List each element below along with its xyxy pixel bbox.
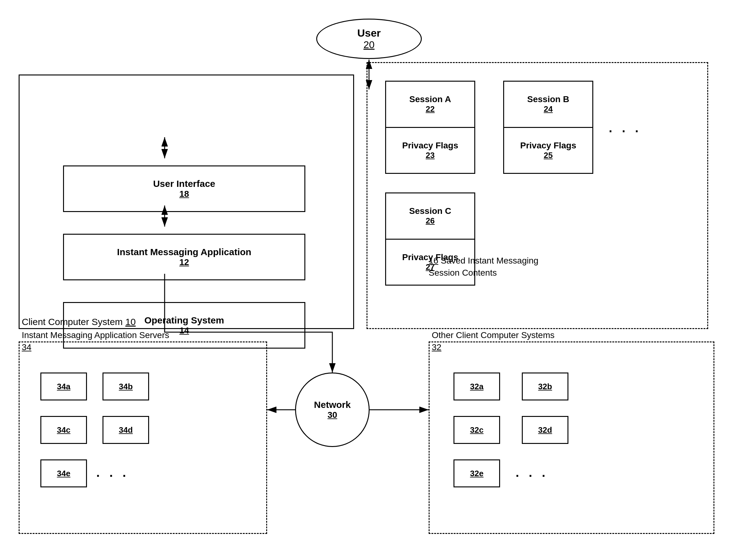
ima-label: Instant Messaging Application [117, 247, 251, 257]
other-clients-text: Other Client Computer Systems [432, 330, 555, 340]
server-34a: 34a [40, 373, 87, 401]
session-c-top: Session C 26 [386, 193, 474, 240]
session-b-bottom: Privacy Flags 25 [504, 128, 592, 173]
server-34c-label: 34c [57, 425, 70, 435]
session-b-label: Session B [527, 94, 569, 104]
session-a-label: Session A [409, 94, 451, 104]
ui-box: User Interface 18 [63, 165, 305, 212]
session-b-flags-label: Privacy Flags [520, 141, 577, 150]
session-a-top: Session A 22 [386, 82, 474, 128]
session-b-number: 24 [544, 104, 553, 114]
user-ellipse: User 20 [316, 19, 422, 59]
client-32a-label: 32a [470, 382, 483, 392]
ima-box: Instant Messaging Application 12 [63, 234, 305, 280]
client-system-number: 10 [125, 317, 135, 327]
server-34d: 34d [102, 416, 149, 444]
server-34b: 34b [102, 373, 149, 401]
dots-servers: . . . [96, 466, 129, 480]
session-a-number: 22 [426, 104, 435, 114]
sessions-number: 16 [429, 256, 438, 265]
session-c-label: Session C [409, 206, 451, 216]
diagram: User 20 User Interface 18 Instant Messag… [0, 0, 738, 560]
session-a-flags-label: Privacy Flags [402, 141, 458, 150]
session-b-group: Session B 24 Privacy Flags 25 [503, 81, 593, 174]
client-32b-label: 32b [538, 382, 552, 392]
session-a-bottom: Privacy Flags 23 [386, 128, 474, 173]
server-34a-label: 34a [57, 382, 70, 392]
client-32e-label: 32e [470, 469, 483, 478]
client-system-label: Client Computer System 10 [22, 317, 136, 327]
client-32b: 32b [522, 373, 569, 401]
network-circle: Network 30 [295, 373, 370, 447]
session-b-top: Session B 24 [504, 82, 592, 128]
network-label: Network [314, 400, 351, 410]
ima-number: 12 [179, 257, 189, 267]
other-clients-number: 32 [432, 343, 441, 352]
client-32d: 32d [522, 416, 569, 444]
network-number: 30 [327, 410, 337, 420]
sessions-text: Saved Instant MessagingSession Contents [429, 256, 538, 277]
dots-clients: . . . [515, 466, 548, 480]
im-servers-number: 34 [22, 343, 31, 352]
im-servers-text: Instant Messaging Application Servers [22, 330, 169, 340]
user-label: User [357, 27, 381, 39]
im-servers-label: Instant Messaging Application Servers 34 [22, 329, 169, 353]
ui-label: User Interface [153, 178, 215, 189]
server-34c: 34c [40, 416, 87, 444]
session-c-number: 26 [426, 216, 435, 226]
client-system-box: User Interface 18 Instant Messaging Appl… [19, 74, 354, 329]
client-system-text: Client Computer System [22, 317, 123, 327]
sessions-container-label: 16 Saved Instant MessagingSession Conten… [429, 254, 538, 279]
session-b-flags-number: 25 [544, 150, 553, 160]
client-32c-label: 32c [470, 425, 483, 435]
server-34e: 34e [40, 459, 87, 487]
client-32d-label: 32d [538, 425, 552, 435]
session-a-flags-number: 23 [426, 150, 435, 160]
session-a-group: Session A 22 Privacy Flags 23 [385, 81, 475, 174]
ui-number: 18 [179, 189, 189, 199]
client-32a: 32a [453, 373, 500, 401]
client-32c: 32c [453, 416, 500, 444]
client-32e: 32e [453, 459, 500, 487]
server-34d-label: 34d [119, 425, 133, 435]
user-number: 20 [363, 39, 375, 51]
server-34e-label: 34e [57, 469, 70, 478]
os-label: Operating System [144, 315, 224, 326]
dots-sessions-top: . . . [609, 121, 642, 135]
os-number: 14 [179, 326, 189, 336]
other-clients-label: Other Client Computer Systems 32 [432, 329, 555, 353]
server-34b-label: 34b [119, 382, 133, 392]
